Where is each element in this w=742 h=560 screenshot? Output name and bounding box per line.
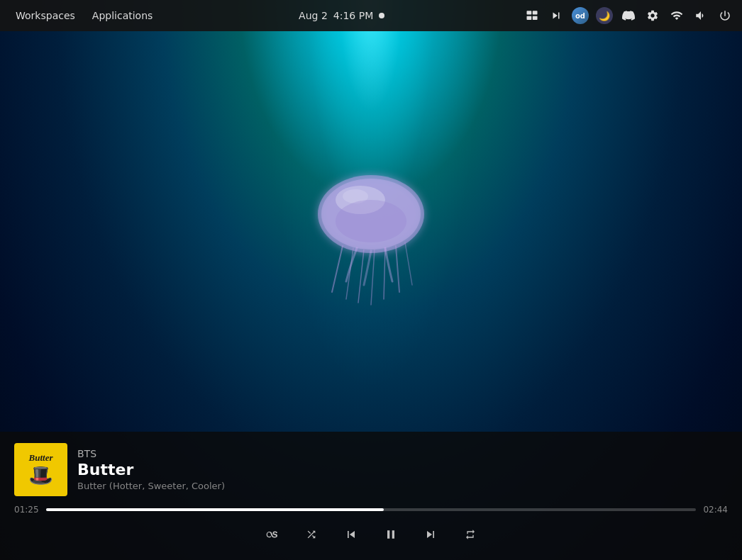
media-next-tray-icon[interactable] xyxy=(546,6,566,26)
applications-menu[interactable]: Applications xyxy=(84,7,162,24)
jellyfish-illustration xyxy=(300,157,442,313)
time-label: 4:16 PM xyxy=(333,10,373,21)
progress-fill xyxy=(46,508,384,511)
desktop-switcher-icon[interactable] xyxy=(522,6,542,26)
track-title: Butter xyxy=(77,461,728,478)
album-art: Butter 🎩 xyxy=(14,443,67,496)
playback-controls xyxy=(14,523,728,546)
topbar-left: Workspaces Applications xyxy=(7,7,161,24)
power-icon[interactable] xyxy=(715,6,735,26)
album-art-title: Butter xyxy=(28,453,53,462)
pause-button[interactable] xyxy=(380,523,402,546)
next-button[interactable] xyxy=(419,523,442,546)
album-hat-emoji: 🎩 xyxy=(28,464,53,487)
night-mode-icon[interactable]: 🌙 xyxy=(594,6,614,26)
svg-point-4 xyxy=(336,200,406,242)
volume-icon[interactable] xyxy=(691,6,711,26)
svg-line-8 xyxy=(371,250,375,305)
time-total: 02:44 xyxy=(703,505,728,515)
progress-row: 01:25 02:44 xyxy=(14,505,728,515)
moon-indicator: 🌙 xyxy=(596,7,613,24)
prev-button[interactable] xyxy=(340,523,362,546)
workspaces-menu[interactable]: Workspaces xyxy=(7,7,84,24)
lastfm-button[interactable] xyxy=(260,523,283,546)
topbar-right: od 🌙 xyxy=(522,6,735,26)
music-player: Butter 🎩 BTS Butter Butter (Hotter, Swee… xyxy=(0,432,742,560)
svg-line-11 xyxy=(405,242,412,285)
settings-icon[interactable] xyxy=(643,6,663,26)
svg-line-5 xyxy=(332,246,343,292)
track-album: Butter (Hotter, Sweeter, Cooler) xyxy=(77,481,728,491)
wifi-icon[interactable] xyxy=(667,6,687,26)
track-details: BTS Butter Butter (Hotter, Sweeter, Cool… xyxy=(77,448,728,491)
date-label: Aug 2 xyxy=(299,10,328,21)
avatar: od xyxy=(572,7,589,24)
discord-icon[interactable] xyxy=(619,6,638,26)
track-artist: BTS xyxy=(77,448,728,459)
repeat-button[interactable] xyxy=(459,523,482,546)
svg-rect-13 xyxy=(533,11,538,14)
shuffle-button[interactable] xyxy=(300,523,323,546)
svg-rect-14 xyxy=(527,16,532,20)
player-track-info: Butter 🎩 BTS Butter Butter (Hotter, Swee… xyxy=(14,443,728,496)
topbar-center: Aug 2 4:16 PM xyxy=(161,10,522,21)
svg-rect-15 xyxy=(533,16,538,20)
topbar: Workspaces Applications Aug 2 4:16 PM od… xyxy=(0,0,742,31)
svg-line-9 xyxy=(384,248,385,299)
svg-rect-12 xyxy=(527,11,532,14)
time-current: 01:25 xyxy=(14,505,39,515)
desktop: Workspaces Applications Aug 2 4:16 PM od… xyxy=(0,0,742,560)
progress-bar[interactable] xyxy=(46,508,697,511)
svg-line-7 xyxy=(358,250,364,303)
notification-dot xyxy=(379,13,384,18)
user-avatar-tray[interactable]: od xyxy=(570,6,590,26)
svg-line-10 xyxy=(396,246,399,292)
